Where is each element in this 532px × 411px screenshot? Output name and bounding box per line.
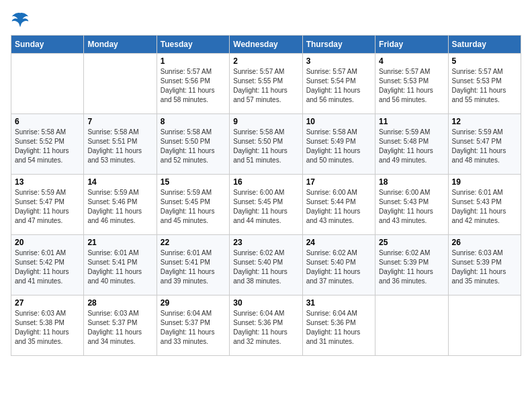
calendar-day-cell: 5Sunrise: 5:57 AM Sunset: 5:53 PM Daylig… <box>448 54 521 114</box>
day-number: 18 <box>379 177 444 187</box>
calendar-day-cell: 29Sunrise: 6:04 AM Sunset: 5:37 PM Dayli… <box>157 295 229 356</box>
calendar-day-cell <box>11 54 84 114</box>
day-info: Sunrise: 6:02 AM Sunset: 5:39 PM Dayligh… <box>379 248 444 286</box>
day-info: Sunrise: 6:01 AM Sunset: 5:41 PM Dayligh… <box>87 248 152 286</box>
calendar-day-cell: 22Sunrise: 6:01 AM Sunset: 5:41 PM Dayli… <box>157 235 229 295</box>
day-number: 11 <box>379 117 444 126</box>
calendar-week-row: 13Sunrise: 5:59 AM Sunset: 5:47 PM Dayli… <box>11 175 521 235</box>
day-info: Sunrise: 5:57 AM Sunset: 5:56 PM Dayligh… <box>161 67 226 105</box>
calendar-day-cell: 18Sunrise: 6:00 AM Sunset: 5:43 PM Dayli… <box>375 175 448 235</box>
calendar-day-cell: 31Sunrise: 6:04 AM Sunset: 5:36 PM Dayli… <box>302 295 375 356</box>
day-info: Sunrise: 5:58 AM Sunset: 5:50 PM Dayligh… <box>233 128 298 165</box>
calendar-day-cell: 4Sunrise: 5:57 AM Sunset: 5:53 PM Daylig… <box>375 54 448 114</box>
calendar-header-cell: Thursday <box>302 36 375 54</box>
day-info: Sunrise: 5:59 AM Sunset: 5:46 PM Dayligh… <box>87 188 152 226</box>
calendar-week-row: 20Sunrise: 6:01 AM Sunset: 5:42 PM Dayli… <box>11 235 521 295</box>
calendar-day-cell: 17Sunrise: 6:00 AM Sunset: 5:44 PM Dayli… <box>302 175 375 235</box>
day-info: Sunrise: 5:58 AM Sunset: 5:49 PM Dayligh… <box>306 128 371 165</box>
calendar-day-cell: 28Sunrise: 6:03 AM Sunset: 5:37 PM Dayli… <box>84 295 157 356</box>
day-number: 15 <box>161 177 226 187</box>
day-info: Sunrise: 6:04 AM Sunset: 5:36 PM Dayligh… <box>306 309 371 347</box>
day-info: Sunrise: 6:01 AM Sunset: 5:42 PM Dayligh… <box>15 248 80 286</box>
day-info: Sunrise: 6:00 AM Sunset: 5:45 PM Dayligh… <box>233 188 298 226</box>
day-info: Sunrise: 6:04 AM Sunset: 5:37 PM Dayligh… <box>161 309 226 347</box>
day-number: 23 <box>233 238 298 247</box>
calendar-week-row: 27Sunrise: 6:03 AM Sunset: 5:38 PM Dayli… <box>11 295 521 356</box>
calendar-day-cell: 25Sunrise: 6:02 AM Sunset: 5:39 PM Dayli… <box>375 235 448 295</box>
day-info: Sunrise: 6:03 AM Sunset: 5:37 PM Dayligh… <box>87 309 152 347</box>
day-info: Sunrise: 6:01 AM Sunset: 5:43 PM Dayligh… <box>452 188 517 226</box>
calendar-day-cell: 9Sunrise: 5:58 AM Sunset: 5:50 PM Daylig… <box>230 114 302 175</box>
calendar-day-cell: 27Sunrise: 6:03 AM Sunset: 5:38 PM Dayli… <box>11 295 84 356</box>
day-info: Sunrise: 6:00 AM Sunset: 5:43 PM Dayligh… <box>379 188 444 226</box>
day-info: Sunrise: 5:58 AM Sunset: 5:52 PM Dayligh… <box>15 128 80 165</box>
day-info: Sunrise: 5:57 AM Sunset: 5:53 PM Dayligh… <box>452 67 517 105</box>
calendar-day-cell: 3Sunrise: 5:57 AM Sunset: 5:54 PM Daylig… <box>302 54 375 114</box>
day-number: 7 <box>87 117 152 126</box>
calendar-header-cell: Friday <box>375 36 448 54</box>
calendar-header-cell: Wednesday <box>230 36 302 54</box>
calendar-day-cell: 30Sunrise: 6:04 AM Sunset: 5:36 PM Dayli… <box>230 295 302 356</box>
day-info: Sunrise: 6:02 AM Sunset: 5:40 PM Dayligh… <box>233 248 298 286</box>
day-number: 27 <box>15 298 80 308</box>
calendar-header-cell: Tuesday <box>157 36 229 54</box>
day-info: Sunrise: 5:59 AM Sunset: 5:47 PM Dayligh… <box>452 128 517 165</box>
day-info: Sunrise: 5:59 AM Sunset: 5:45 PM Dayligh… <box>161 188 226 226</box>
calendar-day-cell: 13Sunrise: 5:59 AM Sunset: 5:47 PM Dayli… <box>11 175 84 235</box>
calendar-day-cell: 21Sunrise: 6:01 AM Sunset: 5:41 PM Dayli… <box>84 235 157 295</box>
day-number: 16 <box>233 177 298 187</box>
day-number: 17 <box>306 177 371 187</box>
day-info: Sunrise: 5:58 AM Sunset: 5:51 PM Dayligh… <box>87 128 152 165</box>
day-number: 4 <box>379 56 444 66</box>
calendar-day-cell: 19Sunrise: 6:01 AM Sunset: 5:43 PM Dayli… <box>448 175 521 235</box>
day-number: 22 <box>161 238 226 247</box>
calendar-day-cell: 16Sunrise: 6:00 AM Sunset: 5:45 PM Dayli… <box>230 175 302 235</box>
day-number: 24 <box>306 238 371 247</box>
day-number: 3 <box>306 56 371 66</box>
day-number: 14 <box>87 177 152 187</box>
day-number: 26 <box>452 238 517 247</box>
day-number: 9 <box>233 117 298 126</box>
day-number: 20 <box>15 238 80 247</box>
day-number: 29 <box>161 298 226 308</box>
calendar-week-row: 1Sunrise: 5:57 AM Sunset: 5:56 PM Daylig… <box>11 54 521 114</box>
day-number: 25 <box>379 238 444 247</box>
calendar-day-cell: 8Sunrise: 5:58 AM Sunset: 5:50 PM Daylig… <box>157 114 229 175</box>
header <box>11 11 521 30</box>
day-info: Sunrise: 5:59 AM Sunset: 5:48 PM Dayligh… <box>379 128 444 165</box>
day-number: 28 <box>87 298 152 308</box>
day-info: Sunrise: 5:58 AM Sunset: 5:50 PM Dayligh… <box>161 128 226 165</box>
day-info: Sunrise: 6:03 AM Sunset: 5:38 PM Dayligh… <box>15 309 80 347</box>
day-number: 2 <box>233 56 298 66</box>
calendar-day-cell: 24Sunrise: 6:02 AM Sunset: 5:40 PM Dayli… <box>302 235 375 295</box>
logo-icon <box>11 11 30 30</box>
calendar-week-row: 6Sunrise: 5:58 AM Sunset: 5:52 PM Daylig… <box>11 114 521 175</box>
calendar-header-cell: Saturday <box>448 36 521 54</box>
day-info: Sunrise: 6:00 AM Sunset: 5:44 PM Dayligh… <box>306 188 371 226</box>
calendar-day-cell: 20Sunrise: 6:01 AM Sunset: 5:42 PM Dayli… <box>11 235 84 295</box>
calendar-day-cell: 12Sunrise: 5:59 AM Sunset: 5:47 PM Dayli… <box>448 114 521 175</box>
calendar-day-cell: 6Sunrise: 5:58 AM Sunset: 5:52 PM Daylig… <box>11 114 84 175</box>
day-info: Sunrise: 5:57 AM Sunset: 5:55 PM Dayligh… <box>233 67 298 105</box>
day-number: 19 <box>452 177 517 187</box>
day-info: Sunrise: 5:57 AM Sunset: 5:54 PM Dayligh… <box>306 67 371 105</box>
calendar-day-cell: 23Sunrise: 6:02 AM Sunset: 5:40 PM Dayli… <box>230 235 302 295</box>
day-info: Sunrise: 6:02 AM Sunset: 5:40 PM Dayligh… <box>306 248 371 286</box>
calendar-header-row: SundayMondayTuesdayWednesdayThursdayFrid… <box>11 36 521 54</box>
day-number: 13 <box>15 177 80 187</box>
day-info: Sunrise: 6:01 AM Sunset: 5:41 PM Dayligh… <box>161 248 226 286</box>
calendar-day-cell: 7Sunrise: 5:58 AM Sunset: 5:51 PM Daylig… <box>84 114 157 175</box>
day-number: 31 <box>306 298 371 308</box>
day-info: Sunrise: 5:57 AM Sunset: 5:53 PM Dayligh… <box>379 67 444 105</box>
calendar-day-cell: 26Sunrise: 6:03 AM Sunset: 5:39 PM Dayli… <box>448 235 521 295</box>
day-number: 10 <box>306 117 371 126</box>
calendar-body: 1Sunrise: 5:57 AM Sunset: 5:56 PM Daylig… <box>11 54 521 356</box>
day-info: Sunrise: 6:04 AM Sunset: 5:36 PM Dayligh… <box>233 309 298 347</box>
day-number: 21 <box>87 238 152 247</box>
calendar-day-cell: 15Sunrise: 5:59 AM Sunset: 5:45 PM Dayli… <box>157 175 229 235</box>
calendar-day-cell <box>448 295 521 356</box>
calendar-day-cell: 14Sunrise: 5:59 AM Sunset: 5:46 PM Dayli… <box>84 175 157 235</box>
calendar-day-cell: 11Sunrise: 5:59 AM Sunset: 5:48 PM Dayli… <box>375 114 448 175</box>
day-number: 8 <box>161 117 226 126</box>
calendar-day-cell: 10Sunrise: 5:58 AM Sunset: 5:49 PM Dayli… <box>302 114 375 175</box>
